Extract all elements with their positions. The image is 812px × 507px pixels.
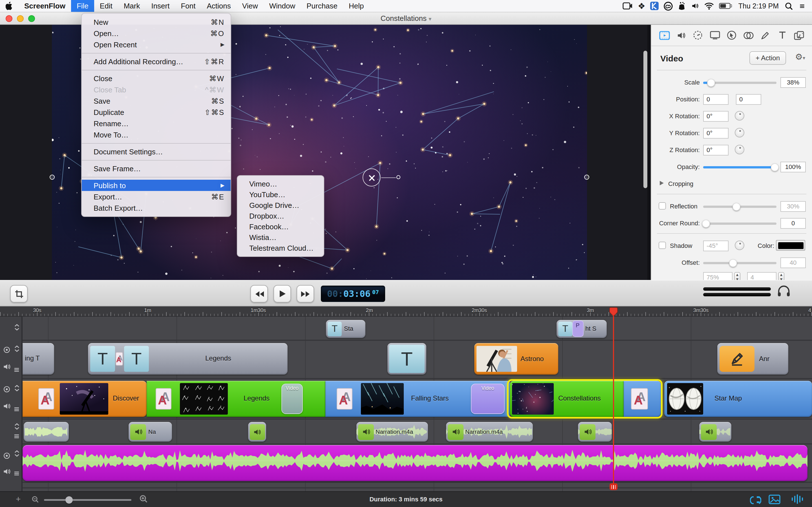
menu-item-document-settings[interactable]: Document Settings… <box>82 146 231 157</box>
music-clip[interactable] <box>22 445 808 481</box>
z-rotation-dial[interactable] <box>735 145 744 154</box>
track-visibility-icon[interactable] <box>3 385 11 393</box>
menu-item-open[interactable]: Open…⌘O <box>82 27 231 39</box>
purple-overlay-clip[interactable]: P <box>572 321 583 337</box>
tab-annotations[interactable] <box>760 30 771 41</box>
nested-video-badge[interactable]: Video <box>282 384 303 414</box>
gear-menu-button[interactable]: ⚙▾ <box>795 52 805 62</box>
narration-clip[interactable]: Narration.m4a <box>356 422 428 442</box>
menu-bar-clock[interactable]: Thu 2:19 PM <box>737 2 780 10</box>
track-collapse-icon[interactable] <box>13 450 21 457</box>
position-y-field[interactable]: 0 <box>736 94 761 105</box>
y-rotation-dial[interactable] <box>735 128 744 137</box>
menu-item-add-additional-recording[interactable]: Add Additional Recording…⇧⌘R <box>82 56 231 67</box>
submenu-item-youtube[interactable]: YouTube… <box>238 189 324 200</box>
video-clip-star-map[interactable]: Star Map <box>664 381 812 417</box>
track-options-icon[interactable] <box>13 406 20 413</box>
menu-item-save-frame[interactable]: Save Frame… <box>82 163 231 174</box>
y-rotation-field[interactable]: 0° <box>703 128 728 138</box>
menu-item-edit[interactable]: Edit <box>94 0 118 12</box>
shadow-angle-dial[interactable] <box>735 240 744 250</box>
track-visibility-icon[interactable] <box>3 346 11 354</box>
menu-item-window[interactable]: Window <box>264 0 301 12</box>
ink-app-icon[interactable] <box>678 1 686 10</box>
submenu-item-dropbox[interactable]: Dropbox… <box>238 211 324 221</box>
submenu-item-google-drive[interactable]: Google Drive… <box>238 200 324 211</box>
tab-media-library[interactable] <box>794 30 805 41</box>
tab-text-properties[interactable] <box>776 30 788 41</box>
opacity-value[interactable]: 100% <box>780 162 806 172</box>
playhead-line[interactable] <box>613 316 614 483</box>
spotlight-search-icon[interactable] <box>785 2 793 10</box>
caption-clip[interactable]: T Sta <box>326 320 365 338</box>
corner-round-value[interactable]: 0 <box>780 218 806 229</box>
reflection-value[interactable]: 30% <box>780 201 806 212</box>
submenu-item-wistia[interactable]: Wistia… <box>238 232 324 243</box>
tab-audio-properties[interactable] <box>675 30 687 41</box>
keka-icon[interactable] <box>651 2 659 10</box>
shadow-checkbox[interactable] <box>659 242 666 249</box>
menu-item-duplicate[interactable]: Duplicate⇧⌘S <box>82 107 231 118</box>
track-visibility-icon[interactable] <box>3 452 11 460</box>
title-clip-partial[interactable]: ing T <box>22 343 54 375</box>
menu-item-export[interactable]: Export…⌘E <box>82 191 231 202</box>
menu-item-move-to[interactable]: Move To… <box>82 129 231 140</box>
title-clip-legends[interactable]: T AA T Legends <box>88 343 288 375</box>
snapping-magnet-icon[interactable] <box>750 495 761 505</box>
x-rotation-field[interactable]: 0° <box>703 111 728 122</box>
wifi-icon[interactable] <box>705 2 714 10</box>
volume-icon[interactable] <box>691 2 700 10</box>
narration-clip[interactable]: Narration.m4a <box>446 422 533 442</box>
menu-item-mark[interactable]: Mark <box>118 0 146 12</box>
menu-item-purchase[interactable]: Purchase <box>301 0 343 12</box>
track-options-icon[interactable] <box>13 366 20 374</box>
selection-center-handle[interactable] <box>363 168 380 186</box>
track-collapse-icon[interactable] <box>13 422 21 431</box>
narration-clip[interactable]: Na <box>129 422 172 442</box>
tab-screen-recording[interactable] <box>709 30 720 41</box>
crop-mode-button[interactable] <box>10 285 28 302</box>
tab-video-timing[interactable] <box>693 30 704 41</box>
submenu-item-telestream-cloud[interactable]: Telestream Cloud… <box>238 243 324 253</box>
thumbnails-toggle-icon[interactable] <box>769 495 780 504</box>
shadow-color-swatch[interactable] <box>776 240 805 251</box>
caption-clip[interactable]: T P ht S <box>557 320 607 338</box>
track-collapse-icon[interactable] <box>13 384 21 392</box>
nested-video-badge[interactable]: Video <box>471 384 505 414</box>
narration-clip[interactable] <box>578 422 612 442</box>
tab-callout[interactable] <box>726 30 737 41</box>
narration-clip[interactable] <box>248 422 266 442</box>
inspector-scrollbar[interactable] <box>644 51 647 188</box>
timeline-ruler[interactable]: 30s 1m 1m30s 2m 2m30s 3m 3m30s 4 <box>0 306 812 317</box>
submenu-item-facebook[interactable]: Facebook… <box>238 221 324 232</box>
waveforms-toggle-icon[interactable] <box>791 494 804 504</box>
narration-clip[interactable] <box>699 422 731 442</box>
cropping-disclosure-icon[interactable] <box>660 181 664 185</box>
menu-item-insert[interactable]: Insert <box>146 0 175 12</box>
menu-item-publish-to[interactable]: Publish to▶ <box>82 180 231 191</box>
tab-video-properties[interactable] <box>659 30 670 41</box>
menu-item-actions[interactable]: Actions <box>201 0 237 12</box>
add-action-button[interactable]: + Action <box>749 51 786 65</box>
menu-item-batch-export[interactable]: Batch Export… <box>82 202 231 214</box>
narration-clip[interactable] <box>24 422 69 442</box>
menu-item-save[interactable]: Save⌘S <box>82 95 231 107</box>
track-collapse-icon[interactable] <box>13 345 21 353</box>
menu-item-open-recent[interactable]: Open Recent▶ <box>82 39 231 50</box>
menu-item-view[interactable]: View <box>237 0 264 12</box>
position-x-field[interactable]: 0 <box>703 94 728 105</box>
x-rotation-dial[interactable] <box>735 111 744 121</box>
screen-recording-icon[interactable] <box>622 2 633 10</box>
playhead-marker[interactable] <box>610 307 617 317</box>
corner-round-slider[interactable] <box>703 223 776 224</box>
selection-rotate-handle[interactable] <box>396 175 400 179</box>
reflection-slider[interactable] <box>703 206 776 208</box>
track-mute-icon[interactable] <box>3 467 11 475</box>
scale-value[interactable]: 38% <box>780 77 806 88</box>
video-clip-discover[interactable]: AA Discover <box>22 381 147 417</box>
video-clip-falling-stars[interactable]: AA Falling Stars Video <box>325 381 510 417</box>
tab-transitions[interactable] <box>743 30 754 41</box>
shadow-angle-field[interactable]: -45° <box>703 240 728 251</box>
track-options-icon[interactable] <box>13 470 20 477</box>
track-collapse-icon[interactable] <box>13 323 21 331</box>
